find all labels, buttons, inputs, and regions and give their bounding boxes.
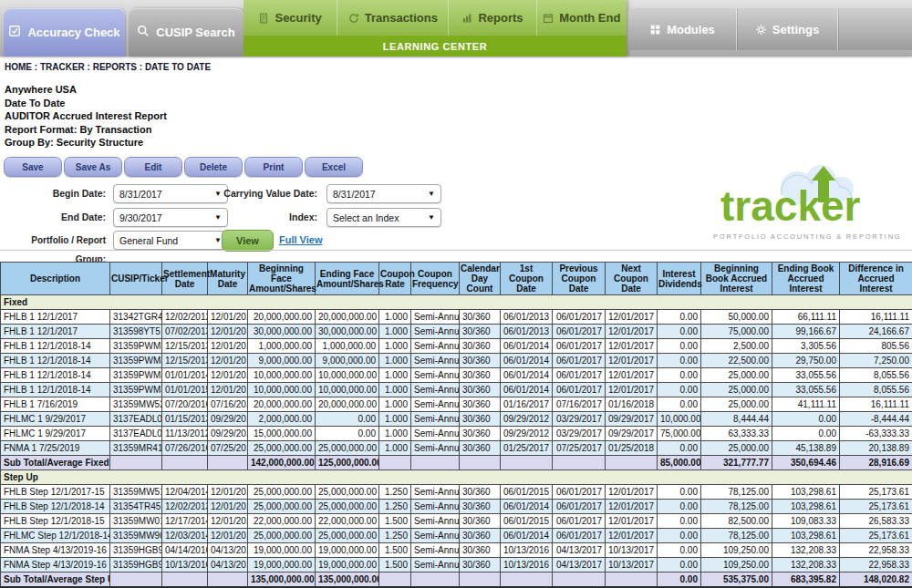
cell: 30/360 [460,354,501,368]
subtotal-row: Sub Total/Average Step Up135,000,000.001… [1,573,912,588]
cell: 06/01/2017 [553,529,606,543]
portfolio-group-select[interactable]: General Fund ▼ [113,231,228,250]
save-as-button[interactable]: Save As [64,157,122,177]
cell: 04/13/2017 [553,558,606,573]
cell: 22,000,000.00 [316,514,379,529]
chevron-down-icon: ▼ [428,190,435,198]
cell [411,573,460,588]
tab-month-end[interactable]: Month End [537,0,627,36]
full-view-link[interactable]: Full View [279,234,322,245]
tab-modules[interactable]: Modules [628,8,737,50]
index-value: Select an Index [333,212,399,223]
tab-settings[interactable]: Settings [737,8,838,50]
edit-button[interactable]: Edit [124,157,182,177]
tab-transactions[interactable]: Transactions [337,0,449,36]
cell: 30/360 [460,310,501,325]
table-row: FNMA Step 4/13/2019-1631359HGB910/13/201… [1,558,912,573]
table-row: FHLB 1 12/1/2018-1431359PWM312/15/201312… [1,339,912,354]
tab-cusip-search[interactable]: CUSIP Search [129,8,244,57]
table-row: FNMA 1 7/25/201931359MR4107/26/201607/25… [1,441,912,456]
cell: 07/16/2017 [553,397,606,412]
tab-accuracy-check[interactable]: Accuracy Check [4,8,125,57]
cell: 78,125.00 [701,500,772,514]
cell: 12/04/2014 [162,485,208,500]
cell: Semi-Annual [411,441,460,456]
cell: 1.000 [379,427,411,441]
cell: 09/29/2017 [208,427,248,441]
cell: 109,083.33 [772,514,840,529]
cell: 25,000,000.00 [248,485,316,500]
cell: 103,298.61 [772,500,840,514]
cell: 06/01/2013 [501,325,553,339]
cell [460,456,501,470]
delete-button[interactable]: Delete [184,157,243,177]
tab-security[interactable]: Security [244,0,337,36]
column-header: Calendar Day Count [460,263,501,295]
cell: 125,000,000.00 [316,456,379,470]
save-button[interactable]: Save [4,157,62,177]
learning-center-banner[interactable]: LEARNING CENTER [244,36,627,57]
report-type: Date To Date [5,97,167,110]
cell: 03/29/2017 [553,412,606,427]
toolbar: Save Save As Edit Delete Print Excel [4,157,363,177]
table-row: FHLB 1 7/16/201931359MW5207/20/201607/16… [1,397,912,412]
svg-text:tracker: tracker [720,182,861,228]
cell: FHLB 1 12/1/2018-14 [1,354,110,368]
index-label: Index: [164,208,317,227]
cell: 31359MW51 [110,485,162,500]
cell: 06/01/2015 [501,514,553,529]
table-header-row: DescriptionCUSIP/TickerSettlement DateMa… [1,263,912,295]
cell: 06/01/2014 [501,368,553,383]
cell: 0.00 [772,427,840,441]
cell: Semi-Annual [411,558,460,573]
cell: 30/360 [460,325,501,339]
cell: 10/13/2016 [501,543,553,558]
column-header: Maturity Date [208,263,248,295]
cell: 805.56 [840,339,912,354]
table-row: FHLMC 1 9/29/20173137EADL011/13/201209/2… [1,427,912,441]
cell: 22,958.33 [840,543,912,558]
carrying-value-date-select[interactable]: 8/31/2017 ▼ [326,184,441,203]
cell [553,456,606,470]
report-info: Anywhere USA Date To Date AUDITOR Accrue… [5,83,167,150]
cell: 0.00 [772,412,840,427]
cell: 12/01/2017 [606,310,658,325]
column-header: Coupon Frequency [411,263,460,295]
cell: 07/25/2017 [553,441,606,456]
table-row: FNMA Step 4/13/2019-1631359HGB904/14/201… [1,543,912,558]
index-select[interactable]: Select an Index ▼ [326,208,441,227]
cell: 10/13/2016 [501,558,553,573]
cell: 16,111.11 [840,397,912,412]
cell: 16,111.11 [840,310,912,325]
cell [460,573,501,588]
cell: 06/01/2017 [553,368,606,383]
cell: 3137EADL0 [110,427,162,441]
cell: 0.00 [658,485,701,500]
cell: 12/03/2014 [162,529,208,543]
table-row: FHLB 1 12/1/2018-1431359PWM301/01/201512… [1,383,912,397]
cell: 04/13/2019 [208,558,248,573]
tab-reports[interactable]: Reports [449,0,536,36]
top-nav-bar: Accuracy Check CUSIP Search Security [0,0,912,57]
cell: Sub Total/Average Step Up [1,573,110,588]
cell: Semi-Annual [411,325,460,339]
cell: 22,000,000.00 [248,514,316,529]
cell [379,456,411,470]
cell [606,456,658,470]
cell: 20,000,000.00 [248,397,316,412]
view-button[interactable]: View [222,230,274,252]
cell: 01/01/2014 [162,368,208,383]
print-button[interactable]: Print [244,157,303,177]
end-date-value: 9/30/2017 [119,212,162,223]
cell: 31359MW52 [110,397,162,412]
cell: FHLB 1 12/1/2017 [1,310,110,325]
excel-button[interactable]: Excel [305,157,363,177]
carrying-value-date-value: 8/31/2017 [333,189,376,200]
cell: 132,208.33 [772,543,840,558]
cell: 09/29/2017 [606,412,658,427]
cell: 0.00 [316,412,379,427]
cell: 148,020.82 [840,573,912,588]
cell: 30/360 [460,485,501,500]
cell: 0.00 [658,325,701,339]
cell: 06/01/2017 [553,310,606,325]
